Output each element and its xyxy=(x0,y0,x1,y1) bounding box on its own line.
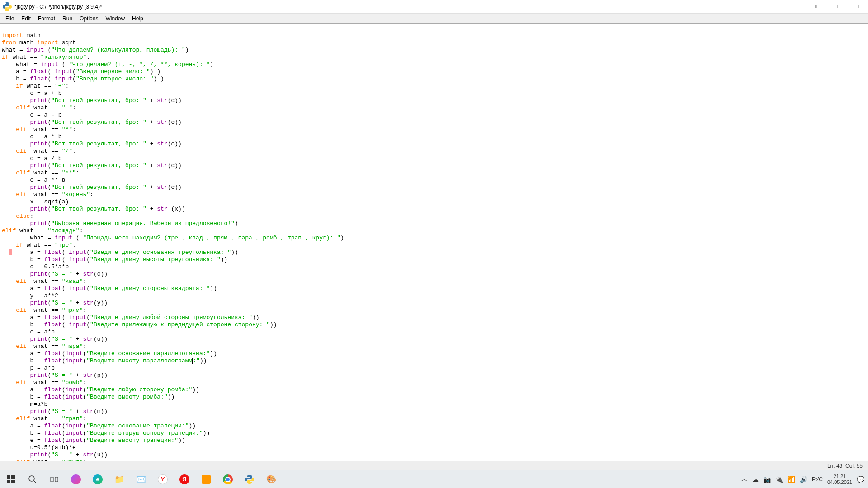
menu-bar: File Edit Format Run Options Window Help xyxy=(0,14,868,23)
taskbar-app-mail[interactable]: ✉️ xyxy=(130,470,152,488)
taskbar-app-yandex[interactable]: Y xyxy=(152,470,174,488)
window-title: *jkgty.py - C:/Python/jkgty.py (3.9.4)* xyxy=(14,4,102,10)
tray-clock[interactable]: 21:21 04.05.2021 xyxy=(827,474,852,485)
tray-battery-icon[interactable]: 🔌 xyxy=(775,476,783,483)
svg-rect-2 xyxy=(7,475,10,479)
taskbar-app-sublime[interactable] xyxy=(195,470,217,488)
maximize-button[interactable]:  xyxy=(826,0,847,14)
svg-rect-5 xyxy=(11,480,15,483)
status-ln: Ln: 46 xyxy=(827,463,842,469)
start-button[interactable] xyxy=(0,470,22,488)
system-tray: ︿ ☁ 📷 🔌 📶 🔊 РУС 21:21 04.05.2021 💬 xyxy=(741,474,868,485)
svg-point-6 xyxy=(29,476,34,481)
taskbar-app-idle[interactable] xyxy=(239,470,260,488)
menu-format[interactable]: Format xyxy=(34,14,59,23)
tray-language[interactable]: РУС xyxy=(812,476,823,483)
windows-taskbar: e 📁 ✉️ Y Я 🎨 ︿ ☁ 📷 🔌 📶 🔊 РУС 21:21 04.05… xyxy=(0,470,868,488)
taskbar-app-paint[interactable]: 🎨 xyxy=(260,470,282,488)
tray-wifi-icon[interactable]: 📶 xyxy=(788,476,795,483)
search-icon[interactable] xyxy=(22,470,43,488)
menu-help[interactable]: Help xyxy=(128,14,147,23)
tray-onedrive-icon[interactable]: ☁ xyxy=(752,476,759,483)
taskbar-app-edge[interactable]: e xyxy=(87,470,108,488)
close-button[interactable]:  xyxy=(847,0,868,14)
svg-point-0 xyxy=(5,3,6,4)
status-bar: Ln: 46 Col: 55 xyxy=(0,461,868,470)
taskbar-app-yandex-red[interactable]: Я xyxy=(174,470,195,488)
tray-meet-now-icon[interactable]: 📷 xyxy=(763,476,771,483)
svg-point-1 xyxy=(9,9,9,10)
code-editor[interactable]: import math from math import sqrt what =… xyxy=(0,23,868,461)
python-idle-icon xyxy=(3,2,12,11)
svg-rect-8 xyxy=(51,477,53,482)
menu-file[interactable]: File xyxy=(2,14,18,23)
svg-line-7 xyxy=(34,481,36,483)
menu-run[interactable]: Run xyxy=(59,14,76,23)
taskbar-app-explorer[interactable]: 📁 xyxy=(108,470,130,488)
menu-window[interactable]: Window xyxy=(102,14,128,23)
taskbar-app-chrome[interactable] xyxy=(217,470,239,488)
tray-chevron-up-icon[interactable]: ︿ xyxy=(741,475,748,483)
title-bar: *jkgty.py - C:/Python/jkgty.py (3.9.4)* … xyxy=(0,0,868,14)
task-view-icon[interactable] xyxy=(43,470,65,488)
minimize-button[interactable]:  xyxy=(806,0,826,14)
svg-rect-9 xyxy=(55,477,58,482)
tray-volume-icon[interactable]: 🔊 xyxy=(800,476,807,483)
taskbar-app-alisa[interactable] xyxy=(65,470,87,488)
menu-edit[interactable]: Edit xyxy=(18,14,34,23)
status-col: Col: 55 xyxy=(845,463,863,469)
svg-rect-3 xyxy=(11,475,15,479)
svg-rect-4 xyxy=(7,480,10,483)
tray-notifications-icon[interactable]: 💬 xyxy=(857,476,864,483)
menu-options[interactable]: Options xyxy=(76,14,102,23)
